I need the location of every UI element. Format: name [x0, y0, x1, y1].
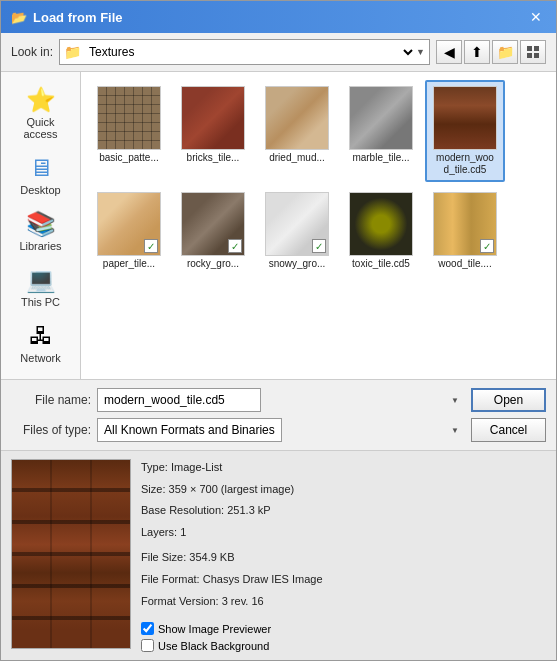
file-label: snowy_gro...: [269, 258, 326, 270]
title-bar-left: 📂 Load from File: [11, 10, 123, 25]
preview-type: Type: Image-List: [141, 459, 546, 477]
file-item-marble[interactable]: marble_tile...: [341, 80, 421, 182]
show-previewer-checkbox[interactable]: [141, 622, 154, 635]
checkmark-overlay: ✓: [144, 239, 158, 253]
file-thumb: [349, 86, 413, 150]
file-item-basic[interactable]: basic_patte...: [89, 80, 169, 182]
file-label: paper_tile...: [103, 258, 155, 270]
sidebar: ⭐ Quick access 🖥 Desktop 📚 Libraries 💻 T…: [1, 72, 81, 379]
preview-format: File Format: Chasys Draw IES Image: [141, 571, 546, 589]
file-item-wood[interactable]: ✓ wood_tile....: [425, 186, 505, 276]
use-black-bg-checkbox[interactable]: [141, 639, 154, 652]
sidebar-item-network[interactable]: 🖧 Network: [5, 316, 77, 370]
svg-rect-0: [527, 46, 532, 51]
file-label: wood_tile....: [438, 258, 491, 270]
file-name-wrapper: [97, 388, 465, 412]
file-label: modern_wood_tile.cd5: [436, 152, 494, 176]
file-label: basic_patte...: [99, 152, 158, 164]
svg-rect-2: [527, 53, 532, 58]
use-black-bg-row: Use Black Background: [141, 639, 546, 652]
view-button[interactable]: [520, 40, 546, 64]
view-icon: [526, 45, 540, 59]
title-icon: 📂: [11, 10, 27, 25]
preview-info: Type: Image-List Size: 359 × 700 (larges…: [141, 459, 546, 622]
preview-info-container: Type: Image-List Size: 359 × 700 (larges…: [141, 459, 546, 652]
file-type-row: Files of type: All Known Formats and Bin…: [11, 418, 546, 442]
sidebar-item-label: Desktop: [20, 184, 60, 196]
file-type-wrapper: All Known Formats and Binaries: [97, 418, 465, 442]
sidebar-item-label: Quick access: [9, 116, 73, 140]
bottom-form: File name: Open Files of type: All Known…: [1, 379, 556, 450]
file-item-paper[interactable]: ✓ paper_tile...: [89, 186, 169, 276]
file-name-input[interactable]: [97, 388, 261, 412]
dialog-title: Load from File: [33, 10, 123, 25]
sidebar-item-libraries[interactable]: 📚 Libraries: [5, 204, 77, 258]
file-thumb: ✓: [265, 192, 329, 256]
folder-icon: 📁: [64, 44, 81, 60]
checkmark-overlay: ✓: [312, 239, 326, 253]
file-item-dried[interactable]: dried_mud...: [257, 80, 337, 182]
dialog: 📂 Load from File ✕ Look in: 📁 Textures ▼…: [0, 0, 557, 661]
back-button[interactable]: ◀: [436, 40, 462, 64]
sidebar-item-desktop[interactable]: 🖥 Desktop: [5, 148, 77, 202]
quick-access-icon: ⭐: [26, 86, 56, 114]
sidebar-item-label: Network: [20, 352, 60, 364]
files-grid: basic_patte... bricks_tile... dried_mud.…: [89, 80, 548, 276]
file-item-modern-wood[interactable]: modern_wood_tile.cd5: [425, 80, 505, 182]
cancel-button[interactable]: Cancel: [471, 418, 546, 442]
file-thumb: ✓: [433, 192, 497, 256]
file-item-snowy[interactable]: ✓ snowy_gro...: [257, 186, 337, 276]
file-type-select[interactable]: All Known Formats and Binaries: [97, 418, 282, 442]
close-button[interactable]: ✕: [526, 7, 546, 27]
file-type-label: Files of type:: [11, 423, 91, 437]
show-previewer-row: Show Image Previewer: [141, 622, 546, 635]
title-bar: 📂 Load from File ✕: [1, 1, 556, 33]
preview-image: [11, 459, 131, 649]
nav-buttons: ◀ ⬆ 📁: [436, 40, 546, 64]
up-button[interactable]: ⬆: [464, 40, 490, 64]
files-area[interactable]: basic_patte... bricks_tile... dried_mud.…: [81, 72, 556, 379]
preview-area: Type: Image-List Size: 359 × 700 (larges…: [1, 450, 556, 660]
sidebar-item-label: Libraries: [19, 240, 61, 252]
file-name-row: File name: Open: [11, 388, 546, 412]
file-thumb: [433, 86, 497, 150]
file-item-bricks[interactable]: bricks_tile...: [173, 80, 253, 182]
checkmark-overlay: ✓: [480, 239, 494, 253]
main-area: ⭐ Quick access 🖥 Desktop 📚 Libraries 💻 T…: [1, 71, 556, 379]
file-label: rocky_gro...: [187, 258, 239, 270]
use-black-bg-label: Use Black Background: [158, 640, 269, 652]
preview-layers: Layers: 1: [141, 524, 546, 542]
preview-version: Format Version: 3 rev. 16: [141, 593, 546, 611]
file-thumb: [97, 86, 161, 150]
this-pc-icon: 💻: [26, 266, 56, 294]
network-icon: 🖧: [29, 322, 53, 350]
preview-options: Show Image Previewer Use Black Backgroun…: [141, 622, 546, 652]
preview-size: Size: 359 × 700 (largest image): [141, 481, 546, 499]
preview-file-size: File Size: 354.9 KB: [141, 549, 546, 567]
file-thumb: [349, 192, 413, 256]
file-name-label: File name:: [11, 393, 91, 407]
look-in-select[interactable]: Textures: [85, 40, 416, 64]
file-label: bricks_tile...: [187, 152, 240, 164]
desktop-icon: 🖥: [29, 154, 53, 182]
file-thumb: ✓: [97, 192, 161, 256]
new-folder-button[interactable]: 📁: [492, 40, 518, 64]
file-thumb: [265, 86, 329, 150]
libraries-icon: 📚: [26, 210, 56, 238]
svg-rect-1: [534, 46, 539, 51]
checkmark-overlay: ✓: [228, 239, 242, 253]
file-thumb: ✓: [181, 192, 245, 256]
sidebar-item-quick-access[interactable]: ⭐ Quick access: [5, 80, 77, 146]
file-label: toxic_tile.cd5: [352, 258, 410, 270]
preview-base-res: Base Resolution: 251.3 kP: [141, 502, 546, 520]
look-in-label: Look in:: [11, 45, 53, 59]
open-button[interactable]: Open: [471, 388, 546, 412]
look-in-container[interactable]: 📁 Textures ▼: [59, 39, 430, 65]
file-item-toxic[interactable]: toxic_tile.cd5: [341, 186, 421, 276]
file-thumb: [181, 86, 245, 150]
dropdown-arrow-icon: ▼: [416, 47, 425, 57]
show-previewer-label: Show Image Previewer: [158, 623, 271, 635]
file-label: dried_mud...: [269, 152, 325, 164]
sidebar-item-this-pc[interactable]: 💻 This PC: [5, 260, 77, 314]
file-item-rocky[interactable]: ✓ rocky_gro...: [173, 186, 253, 276]
